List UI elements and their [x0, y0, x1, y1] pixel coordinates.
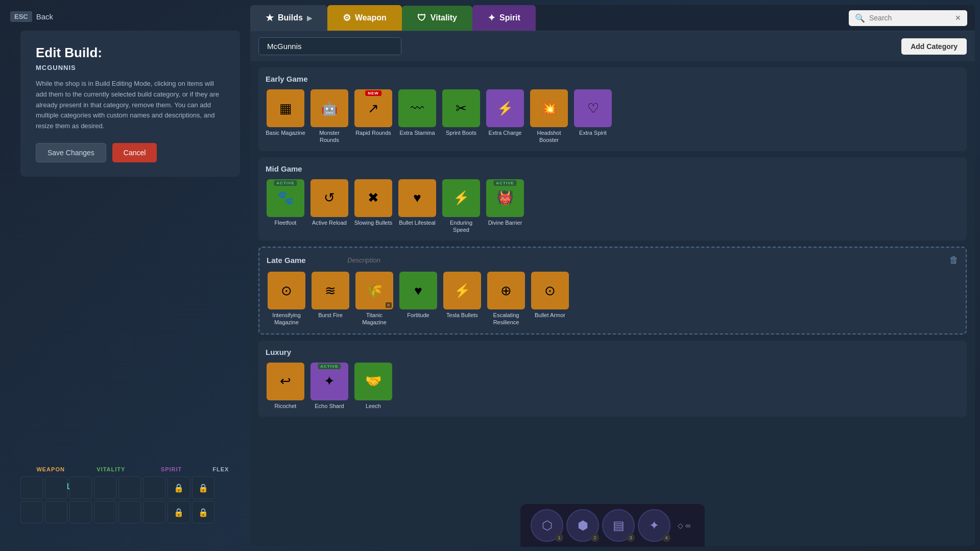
item-card-late-game-0[interactable]: ⊙ Intensifying Magazine	[267, 272, 306, 326]
item-card-early-game-0[interactable]: ▦ Basic Magazine	[266, 89, 305, 144]
category-title-luxury: Luxury	[266, 348, 960, 356]
item-card-early-game-6[interactable]: 💥 Headshot Booster	[529, 89, 569, 144]
item-card-late-game-5[interactable]: ⊕ Escalating Resilience	[486, 272, 526, 326]
item-card-mid-game-2[interactable]: ✖ Slowing Bullets	[353, 179, 393, 234]
tab-builds[interactable]: ★ Builds ▶	[250, 5, 327, 31]
item-card-early-game-7[interactable]: ♡ Extra Spirit	[573, 89, 613, 144]
item-symbol-early-game-7: ♡	[587, 101, 599, 116]
taskbar-extra-icons: ◇ ∞	[678, 521, 690, 530]
item-symbol-luxury-2: 🤝	[365, 373, 381, 389]
item-name-late-game-3: Fortitude	[407, 312, 429, 319]
item-icon-early-game-2: NEW ↗	[354, 89, 392, 127]
item-symbol-late-game-3: ♥	[414, 283, 422, 299]
tab-weapon[interactable]: ⚙ Weapon	[327, 5, 402, 31]
delete-category-icon-late-game[interactable]: 🗑	[949, 255, 959, 266]
search-input[interactable]	[869, 14, 951, 22]
item-name-mid-game-0: Fleetfoot	[275, 219, 297, 226]
weapon-slot-1[interactable]	[20, 476, 43, 499]
category-title-mid-game: Mid Game	[266, 164, 960, 173]
slot-row-1: 🔒 🔒	[20, 476, 240, 499]
item-name-early-game-1: Monster Rounds	[309, 129, 349, 144]
item-name-early-game-4: Sprint Boots	[446, 129, 476, 136]
item-name-late-game-6: Bullet Armor	[535, 312, 565, 319]
item-card-early-game-2[interactable]: NEW ↗ Rapid Rounds	[353, 89, 393, 144]
item-card-late-game-3[interactable]: ♥ Fortitude	[398, 272, 438, 326]
search-bar[interactable]: 🔍 ✕	[849, 10, 967, 26]
category-late-game: 🗑 ⊙ Intensifying Magazine ≋ Burst Fire 🌾…	[258, 247, 967, 334]
item-icon-early-game-7: ♡	[574, 89, 612, 127]
build-name-bar: Add Category	[250, 31, 975, 61]
item-card-luxury-1[interactable]: ACTIVE ✦ Echo Shard	[309, 363, 349, 410]
spirit-slot-4[interactable]	[143, 501, 165, 523]
vitality-slot-2[interactable]	[94, 476, 116, 499]
item-card-luxury-2[interactable]: 🤝 Leech	[353, 363, 393, 410]
flex-slot-1: 🔒	[168, 476, 190, 499]
item-name-early-game-7: Extra Spirit	[579, 129, 607, 136]
weapon-slot-4[interactable]	[45, 501, 67, 523]
item-symbol-luxury-0: ↩	[280, 373, 291, 389]
item-card-late-game-1[interactable]: ≋ Burst Fire	[310, 272, 350, 326]
item-card-mid-game-5[interactable]: ACTIVE 👹 Divine Barrier	[485, 179, 525, 234]
cancel-button[interactable]: Cancel	[112, 143, 157, 162]
vitality-slot-4[interactable]	[94, 501, 116, 523]
slot-headers: WEAPON VITALITY SPIRIT FLEX	[20, 466, 240, 472]
item-card-early-game-3[interactable]: 〰 Extra Stamina	[397, 89, 437, 144]
item-symbol-early-game-0: ▦	[279, 101, 292, 116]
flex-slot-2: 🔒	[192, 476, 214, 499]
items-grid-early-game: ▦ Basic Magazine 🤖 Monster Rounds NEW ↗ …	[266, 89, 960, 144]
taskbar-slot-4[interactable]: ✦ 4	[638, 509, 671, 542]
weapon-slot-2[interactable]	[45, 476, 67, 499]
add-category-button[interactable]: Add Category	[901, 38, 967, 55]
item-card-mid-game-4[interactable]: ⚡ Enduring Speed	[441, 179, 481, 234]
item-card-late-game-6[interactable]: ⊙ Bullet Armor	[530, 272, 570, 326]
item-card-early-game-5[interactable]: ⚡ Extra Charge	[485, 89, 525, 144]
category-early-game: Early Game ▦ Basic Magazine 🤖 Monster Ro…	[258, 67, 967, 151]
search-clear-icon[interactable]: ✕	[955, 14, 961, 22]
item-symbol-mid-game-3: ♥	[413, 190, 421, 206]
slot-num-2: 2	[591, 534, 599, 542]
item-card-early-game-1[interactable]: 🤖 Monster Rounds	[309, 89, 349, 144]
spirit-slot-1[interactable]	[118, 476, 141, 499]
item-icon-early-game-3: 〰	[398, 89, 436, 127]
spirit-slot-2[interactable]	[143, 476, 165, 499]
weapon-slot-3[interactable]	[20, 501, 43, 523]
item-symbol-late-game-0: ⊙	[281, 283, 292, 299]
item-card-mid-game-1[interactable]: ↺ Active Reload	[309, 179, 349, 234]
item-card-early-game-4[interactable]: ✂ Sprint Boots	[441, 89, 481, 144]
taskbar-slot-2[interactable]: ⬢ 2	[566, 509, 599, 542]
items-grid-luxury: ↩ Ricochet ACTIVE ✦ Echo Shard 🤝 Leech	[266, 363, 960, 410]
tab-spirit-label: Spirit	[499, 13, 520, 22]
tab-vitality[interactable]: 🛡 Vitality	[402, 6, 472, 31]
tab-spirit[interactable]: ✦ Spirit	[472, 5, 536, 31]
slot-num-1: 1	[555, 534, 563, 542]
item-name-early-game-6: Headshot Booster	[529, 129, 569, 144]
spirit-slot-3[interactable]	[118, 501, 141, 523]
item-card-mid-game-0[interactable]: ACTIVE 🐾 Fleetfoot	[266, 179, 305, 234]
vitality-slot-1[interactable]	[69, 476, 92, 499]
item-icon-mid-game-0: ACTIVE 🐾	[267, 179, 304, 217]
category-title-input-late-game[interactable]	[267, 256, 343, 265]
item-name-luxury-0: Ricochet	[275, 402, 297, 410]
esc-badge[interactable]: ESC	[10, 11, 32, 22]
category-desc-input-late-game[interactable]	[347, 256, 945, 264]
build-name-input[interactable]	[258, 37, 401, 55]
item-card-late-game-4[interactable]: ⚡ Tesla Bullets	[442, 272, 482, 326]
item-icon-early-game-0: ▦	[267, 89, 304, 127]
item-icon-mid-game-5: ACTIVE 👹	[486, 179, 524, 217]
slot-num-3: 3	[627, 534, 635, 542]
categories-container: Early Game ▦ Basic Magazine 🤖 Monster Ro…	[250, 61, 975, 546]
item-name-late-game-5: Escalating Resilience	[486, 312, 526, 326]
item-card-late-game-2[interactable]: 🌾 II Titanic Magazine	[354, 272, 394, 326]
item-name-early-game-5: Extra Charge	[489, 129, 522, 136]
item-card-mid-game-3[interactable]: ♥ Bullet Lifesteal	[397, 179, 437, 234]
vitality-slot-3[interactable]	[69, 501, 92, 523]
save-changes-button[interactable]: Save Changes	[36, 143, 106, 162]
taskbar-slot-3[interactable]: ▤ 3	[602, 509, 635, 542]
item-card-luxury-0[interactable]: ↩ Ricochet	[266, 363, 305, 410]
taskbar-slot-1[interactable]: ⬡ 1	[531, 509, 563, 542]
action-buttons: Save Changes Cancel	[36, 143, 225, 162]
flex-slot-4: 🔒	[192, 501, 214, 523]
back-button[interactable]: Back	[36, 12, 53, 21]
item-name-mid-game-5: Divine Barrier	[488, 219, 522, 226]
weapon-header: WEAPON	[20, 466, 81, 472]
